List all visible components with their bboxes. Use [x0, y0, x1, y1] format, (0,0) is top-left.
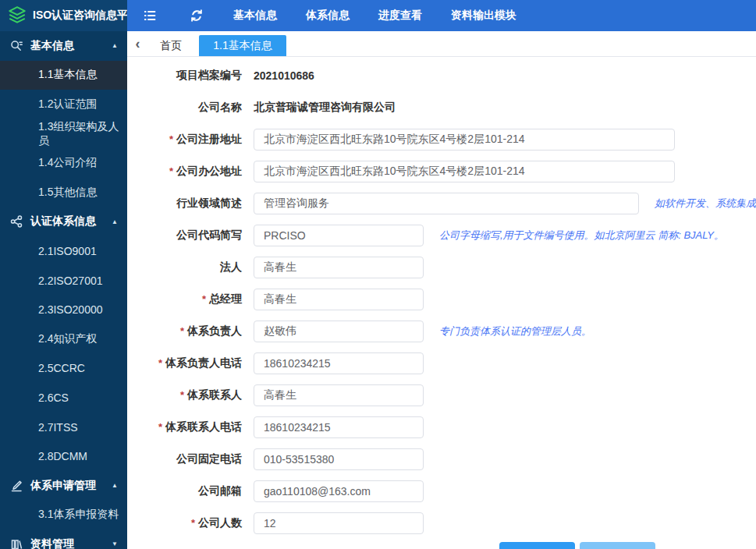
sidebar-item[interactable]: 2.6CS	[0, 383, 127, 413]
sidebar-item[interactable]: 1.3组织架构及人员	[0, 119, 127, 149]
input-legal-person[interactable]	[254, 257, 424, 278]
field-control	[254, 384, 756, 406]
edit-icon	[10, 480, 23, 492]
tab-active[interactable]: 1.1基本信息	[199, 35, 286, 56]
input-industry-field[interactable]	[254, 193, 639, 214]
required-asterisk: *	[180, 389, 184, 401]
nav-menu-item[interactable]: 基本信息	[233, 9, 277, 23]
form-row-registered-address: *公司注册地址	[127, 123, 756, 155]
share-icon	[10, 215, 23, 228]
input-system-contact-phone[interactable]	[254, 416, 424, 438]
form-row-company-landline: 公司固定电话	[127, 443, 756, 475]
field-label-company-email: 公司邮箱	[127, 484, 242, 498]
required-asterisk: *	[191, 517, 195, 529]
nav-menu-item[interactable]: 资料输出模块	[451, 9, 516, 23]
field-label-company-code: 公司代码简写	[127, 228, 242, 243]
field-label-system-leader-phone: *体系负责人电话	[127, 356, 242, 370]
field-label-office-address: *公司办公地址	[127, 165, 242, 179]
input-company-landline[interactable]	[254, 448, 424, 470]
form-row-system-leader: *体系负责人专门负责体系认证的管理层人员。	[127, 315, 756, 347]
form-row-company-email: 公司邮箱	[127, 475, 756, 507]
sidebar-section-header[interactable]: 认证体系信息▲	[0, 207, 127, 237]
sidebar-item[interactable]: 2.2ISO27001	[0, 266, 127, 296]
field-hint-company-code: 公司字母缩写,用于文件编号使用。如北京阿里云 简称: BJALY。	[439, 228, 724, 243]
input-general-manager[interactable]	[254, 289, 424, 310]
chevron-down-icon: ▼	[112, 540, 118, 547]
field-control: 公司字母缩写,用于文件编号使用。如北京阿里云 简称: BJALY。	[254, 225, 756, 246]
nav-menu-item[interactable]: 体系信息	[306, 9, 350, 23]
field-label-registered-address: *公司注册地址	[127, 133, 242, 147]
field-control	[254, 257, 756, 278]
input-office-address[interactable]	[254, 161, 675, 182]
input-system-leader[interactable]	[254, 321, 424, 342]
books-icon	[10, 538, 23, 549]
sidebar-item[interactable]: 2.8DCMM	[0, 441, 127, 471]
field-control: 如软件开发、系统集成	[254, 193, 756, 214]
save-button[interactable]	[499, 542, 575, 549]
sidebar-section-header[interactable]: 体系申请管理▲	[0, 471, 127, 501]
sidebar-menu: 基本信息▲1.1基本信息1.2认证范围1.3组织架构及人员1.4公司介绍1.5其…	[0, 31, 127, 549]
sidebar-item[interactable]: 3.1体系申报资料	[0, 501, 127, 530]
input-system-leader-phone[interactable]	[254, 352, 424, 374]
app-logo: ISO认证咨询信息平台	[0, 0, 127, 31]
field-control	[254, 129, 756, 151]
chevron-up-icon: ▲	[112, 42, 118, 49]
sidebar-item[interactable]: 2.5CCRC	[0, 354, 127, 384]
form-footer	[127, 539, 756, 549]
required-asterisk: *	[158, 421, 162, 433]
sidebar-item[interactable]: 2.1ISO9001	[0, 236, 127, 266]
basic-info-form: 项目档案编号2021010686公司名称北京普瑞诚管理咨询有限公司*公司注册地址…	[127, 57, 756, 549]
sidebar-item[interactable]: 1.2认证范围	[0, 90, 127, 119]
sidebar-item[interactable]: 2.4知识产权	[0, 324, 127, 354]
form-row-system-contact-phone: *体系联系人电话	[127, 411, 756, 443]
field-control	[254, 289, 756, 310]
sidebar-section-label: 基本信息	[30, 39, 74, 53]
sidebar-toggle-hamburger-icon[interactable]	[143, 9, 157, 23]
sidebar-item[interactable]: 2.7ITSS	[0, 413, 127, 442]
field-label-industry-field: 行业领域简述	[127, 197, 242, 211]
input-company-headcount[interactable]	[254, 512, 424, 534]
required-asterisk: *	[169, 165, 173, 177]
app-title: ISO认证咨询信息平台	[33, 9, 139, 23]
refresh-icon[interactable]	[190, 9, 204, 23]
sidebar-section-label: 资料管理	[30, 537, 74, 549]
input-company-email[interactable]	[254, 480, 424, 502]
input-system-contact[interactable]	[254, 384, 424, 406]
nav-menu-item[interactable]: 进度查看	[378, 9, 422, 23]
field-control: 北京普瑞诚管理咨询有限公司	[254, 101, 756, 115]
form-row-company-name: 公司名称北京普瑞诚管理咨询有限公司	[127, 91, 756, 123]
sidebar-item[interactable]: 1.1基本信息	[0, 61, 127, 90]
field-hint-system-leader: 专门负责体系认证的管理层人员。	[439, 324, 591, 338]
field-label-company-headcount: *公司人数	[127, 516, 242, 530]
form-row-project-file-number: 项目档案编号2021010686	[127, 59, 756, 91]
field-control	[254, 416, 756, 438]
field-hint-industry-field: 如软件开发、系统集成	[655, 197, 756, 211]
input-registered-address[interactable]	[254, 129, 675, 151]
sidebar-item[interactable]: 1.5其他信息	[0, 178, 127, 207]
form-row-company-code: 公司代码简写公司字母缩写,用于文件编号使用。如北京阿里云 简称: BJALY。	[127, 219, 756, 251]
sidebar-item[interactable]: 2.3ISO20000	[0, 295, 127, 324]
tab-home[interactable]: 首页	[148, 35, 193, 56]
navbar-menu: 基本信息体系信息进度查看资料输出模块	[233, 9, 545, 23]
field-control	[254, 161, 756, 182]
static-value-project-file-number: 2021010686	[254, 69, 314, 82]
sidebar-section-header[interactable]: 资料管理▼	[0, 530, 127, 549]
field-control: 2021010686	[254, 69, 756, 82]
form-row-general-manager: *总经理	[127, 283, 756, 315]
secondary-button[interactable]	[580, 542, 655, 549]
static-value-company-name: 北京普瑞诚管理咨询有限公司	[254, 101, 396, 115]
field-control	[254, 480, 756, 502]
sidebar-item[interactable]: 1.4公司介绍	[0, 148, 127, 178]
input-company-code[interactable]	[254, 225, 424, 246]
field-label-legal-person: 法人	[127, 260, 242, 274]
top-navbar: 基本信息体系信息进度查看资料输出模块	[127, 0, 756, 31]
sidebar-section-label: 体系申请管理	[30, 479, 96, 493]
tab-bar: ‹ 首页1.1基本信息	[127, 31, 756, 57]
field-control	[254, 448, 756, 470]
field-label-system-contact-phone: *体系联系人电话	[127, 420, 242, 434]
field-label-project-file-number: 项目档案编号	[127, 69, 242, 83]
form-row-company-headcount: *公司人数	[127, 507, 756, 539]
tab-scroll-left-chevron-icon[interactable]: ‹	[127, 31, 148, 56]
sidebar-section-header[interactable]: 基本信息▲	[0, 31, 127, 61]
app-window: ISO认证咨询信息平台 基本信息▲1.1基本信息1.2认证范围1.3组织架构及人…	[0, 0, 756, 549]
